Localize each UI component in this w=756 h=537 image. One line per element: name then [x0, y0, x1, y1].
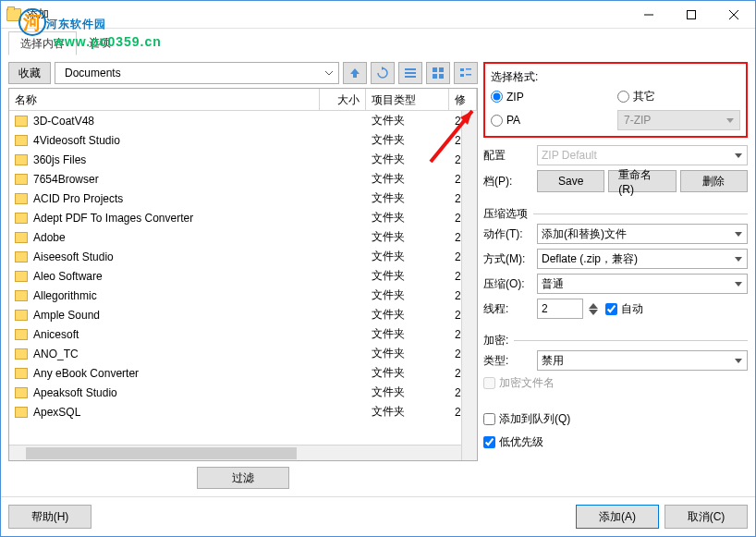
file-row[interactable]: 3D-CoatV48文件夹20: [9, 111, 477, 130]
file-list-header: 名称 大小 项目类型 修: [9, 89, 477, 111]
format-zip-radio[interactable]: ZIP: [491, 91, 614, 104]
folder-icon: [15, 213, 28, 224]
folder-icon: [15, 348, 28, 360]
file-row[interactable]: ACID Pro Projects文件夹20: [9, 189, 477, 208]
compress-title: 压缩选项: [483, 206, 528, 222]
path-selector[interactable]: Documents: [55, 62, 339, 84]
folder-icon: [15, 407, 28, 418]
profile-select[interactable]: ZIP Default: [537, 145, 748, 165]
column-name[interactable]: 名称: [9, 89, 320, 110]
svg-rect-1: [688, 10, 696, 18]
auto-threads-checkbox[interactable]: 自动: [605, 301, 653, 317]
format-other-radio[interactable]: 其它: [617, 89, 740, 104]
left-pane: 收藏 Documents 名称 大小 项目类型 修: [8, 62, 478, 489]
scrollbar-vertical[interactable]: [461, 111, 477, 460]
format-pa-label: PA: [506, 114, 520, 127]
folder-icon: [15, 116, 28, 127]
file-row[interactable]: Aleo Software文件夹20: [9, 266, 477, 286]
svg-rect-4: [405, 68, 416, 70]
config-section: 配置 ZIP Default 档(P): Save 重命名(R) 删除: [483, 145, 748, 197]
threads-stepper[interactable]: [589, 303, 600, 315]
maximize-button[interactable]: [670, 1, 713, 29]
file-row[interactable]: Any eBook Converter文件夹20: [9, 363, 477, 383]
help-button[interactable]: 帮助(H): [8, 505, 91, 529]
action-label: 动作(T):: [483, 226, 531, 242]
view-tree-button[interactable]: [454, 62, 478, 84]
level-label: 压缩(O):: [483, 276, 531, 292]
file-rows: 3D-CoatV48文件夹204Videosoft Studio文件夹20360…: [9, 111, 477, 460]
format-other-combo: 7-ZIP: [617, 110, 740, 130]
titlebar: 添加: [1, 1, 755, 29]
level-select[interactable]: 普通: [537, 274, 748, 294]
add-button[interactable]: 添加(A): [576, 505, 659, 529]
minimize-button[interactable]: [628, 1, 670, 29]
scrollbar-horizontal[interactable]: [9, 445, 461, 460]
up-button[interactable]: [343, 62, 367, 84]
filter-row: 过滤: [8, 467, 478, 489]
close-button[interactable]: [713, 1, 755, 29]
svg-rect-8: [439, 67, 444, 72]
column-type[interactable]: 项目类型: [366, 89, 449, 110]
save-button[interactable]: Save: [537, 170, 604, 192]
encrypt-section: 加密: 类型: 禁用 加密文件名: [483, 331, 748, 391]
svg-rect-7: [433, 67, 437, 72]
action-select[interactable]: 添加(和替换)文件: [537, 224, 748, 244]
file-row[interactable]: Adobe文件夹20: [9, 227, 477, 247]
svg-rect-12: [466, 68, 471, 70]
threads-label: 线程:: [483, 301, 531, 317]
view-details-button[interactable]: [398, 62, 422, 84]
file-list: 名称 大小 项目类型 修 3D-CoatV48文件夹204Videosoft S…: [8, 88, 478, 461]
file-row[interactable]: Adept PDF To Images Converter文件夹20: [9, 208, 477, 227]
folder-icon: [15, 174, 28, 185]
compress-section: 压缩选项 动作(T): 添加(和替换)文件 方式(M): Deflate (.z…: [483, 204, 748, 323]
folder-icon: [15, 290, 28, 301]
encrypt-type-label: 类型:: [483, 353, 531, 369]
file-row[interactable]: Allegorithmic文件夹20: [9, 286, 477, 305]
svg-rect-14: [466, 74, 471, 76]
svg-rect-5: [405, 72, 416, 74]
tab-select-content[interactable]: 选择内容: [8, 31, 77, 55]
format-pa-radio[interactable]: PA: [491, 114, 614, 127]
rename-button[interactable]: 重命名(R): [608, 170, 676, 192]
folder-icon: [15, 271, 28, 282]
cancel-button[interactable]: 取消(C): [665, 505, 748, 529]
add-to-queue-checkbox[interactable]: 添加到队列(Q): [483, 411, 748, 427]
folder-icon: [6, 8, 21, 21]
method-select[interactable]: Deflate (.zip，兼容): [537, 249, 748, 269]
file-row[interactable]: ApexSQL文件夹20: [9, 402, 477, 421]
file-row[interactable]: 360js Files文件夹20: [9, 150, 477, 169]
folder-icon: [15, 135, 28, 146]
format-section: 选择格式: ZIP 其它 PA 7-ZIP: [483, 62, 748, 138]
tab-options[interactable]: 选项: [77, 31, 123, 55]
format-zip-label: ZIP: [506, 91, 524, 104]
column-modified[interactable]: 修: [449, 89, 477, 110]
svg-rect-13: [460, 74, 464, 77]
file-row[interactable]: Aiseesoft Studio文件夹20: [9, 247, 477, 266]
folder-icon: [15, 193, 28, 204]
file-row[interactable]: ANO_TC文件夹20: [9, 344, 477, 363]
delete-button[interactable]: 删除: [680, 170, 748, 192]
low-priority-checkbox[interactable]: 低优先级: [483, 434, 748, 450]
filter-button[interactable]: 过滤: [197, 467, 289, 489]
file-row[interactable]: Anicesoft文件夹20: [9, 324, 477, 344]
window-controls: [628, 1, 755, 29]
window-title: 添加: [27, 6, 628, 22]
browser-toolbar: 收藏 Documents: [8, 62, 478, 84]
favorites-button[interactable]: 收藏: [8, 62, 51, 84]
chevron-down-icon: [325, 69, 333, 77]
file-row[interactable]: 4Videosoft Studio文件夹20: [9, 130, 477, 150]
folder-icon: [15, 329, 28, 340]
column-size[interactable]: 大小: [320, 89, 366, 110]
refresh-button[interactable]: [371, 62, 395, 84]
file-row[interactable]: 7654Browser文件夹20: [9, 169, 477, 189]
svg-rect-9: [433, 74, 437, 79]
view-list-button[interactable]: [426, 62, 450, 84]
file-row[interactable]: Apeaksoft Studio文件夹20: [9, 383, 477, 402]
content-area: 收藏 Documents 名称 大小 项目类型 修: [1, 55, 755, 496]
encrypt-type-select[interactable]: 禁用: [537, 350, 748, 371]
svg-rect-10: [439, 74, 444, 79]
folder-icon: [15, 251, 28, 262]
threads-input[interactable]: [537, 299, 583, 319]
file-row[interactable]: Ample Sound文件夹20: [9, 305, 477, 324]
window: 添加 选择内容 选项 收藏 Documents: [0, 0, 756, 537]
